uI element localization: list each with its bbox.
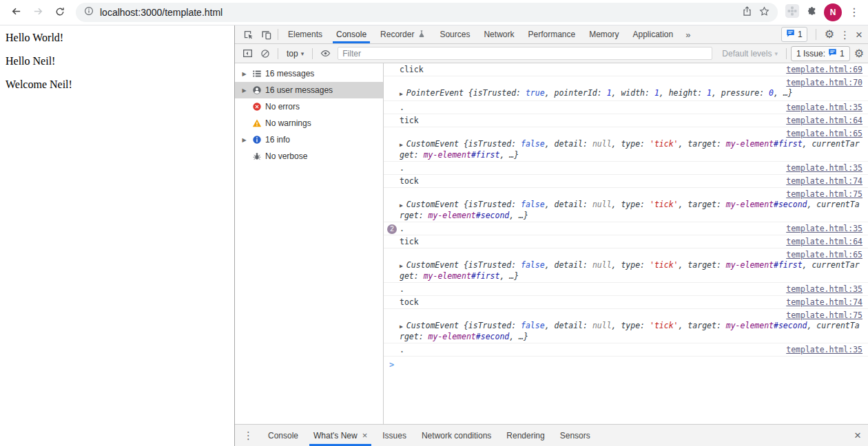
- drawer-tab-console[interactable]: Console: [260, 425, 306, 446]
- url-text[interactable]: localhost:3000/template.html: [100, 7, 736, 18]
- expand-arrow-icon[interactable]: ▶: [240, 71, 248, 77]
- expand-arrow-icon[interactable]: ▶: [400, 91, 403, 97]
- source-link[interactable]: template.html:64: [786, 237, 862, 246]
- issues-button[interactable]: 1 Issue: 1: [791, 46, 850, 61]
- console-message: tocktemplate.html:74: [384, 296, 868, 309]
- tab-close-icon[interactable]: ×: [362, 430, 368, 440]
- devtools-tabs: ElementsConsoleRecorderSourcesNetworkPer…: [281, 25, 680, 43]
- expand-arrow-icon[interactable]: ▶: [400, 263, 403, 269]
- expand-arrow-icon[interactable]: ▶: [400, 323, 403, 330]
- sidebar-item-no-verbose[interactable]: ▶No verbose: [235, 148, 383, 164]
- source-link[interactable]: template.html:35: [786, 163, 862, 173]
- tab-label: Application: [633, 30, 674, 39]
- expand-arrow-icon[interactable]: ▶: [400, 202, 403, 209]
- source-link[interactable]: template.html:69: [786, 65, 862, 74]
- drawer-tab-what-s-new[interactable]: What's New×: [306, 425, 375, 446]
- drawer-menu-icon[interactable]: ⋮: [243, 430, 254, 440]
- sidebar-item-label: 16 user messages: [265, 85, 333, 95]
- source-link[interactable]: template.html:64: [786, 116, 862, 125]
- source-link[interactable]: template.html:74: [786, 176, 862, 186]
- site-info-icon[interactable]: [84, 6, 94, 19]
- tab-memory[interactable]: Memory: [582, 25, 626, 43]
- tab-label: Console: [268, 431, 298, 440]
- page-text-line: Hello Neil!: [6, 56, 229, 67]
- browser-menu-icon[interactable]: ⋮: [849, 7, 860, 18]
- tab-label: Memory: [589, 30, 619, 39]
- source-link[interactable]: template.html:74: [786, 297, 862, 307]
- object-preview: ▶CustomEvent {isTrusted: false, detail: …: [400, 139, 862, 160]
- source-link[interactable]: template.html:35: [786, 345, 862, 354]
- address-bar[interactable]: localhost:3000/template.html: [76, 3, 778, 22]
- expand-arrow-icon[interactable]: ▶: [400, 142, 403, 148]
- drawer-tab-sensors[interactable]: Sensors: [552, 425, 598, 446]
- message-text: tock: [400, 297, 778, 307]
- device-toolbar-icon[interactable]: [257, 25, 275, 43]
- console-sidebar-toggle-icon[interactable]: [239, 45, 256, 62]
- sidebar-item-16-info[interactable]: ▶16 info: [235, 131, 383, 148]
- sidebar-item-16-user-messages[interactable]: ▶16 user messages: [235, 82, 383, 98]
- reload-button[interactable]: [50, 2, 70, 23]
- settings-gear-icon[interactable]: ⚙: [825, 29, 834, 40]
- drawer-tab-issues[interactable]: Issues: [375, 425, 414, 446]
- tab-application[interactable]: Application: [626, 25, 681, 43]
- devtools-menu-icon[interactable]: ⋮: [840, 30, 850, 40]
- console-toolbar: top ▾ Default levels ▾ 1 Issue: 1 ⚙: [235, 44, 868, 63]
- drawer-tab-rendering[interactable]: Rendering: [499, 425, 552, 446]
- extensions-puzzle-icon[interactable]: [807, 6, 817, 19]
- bookmark-star-icon[interactable]: [759, 6, 769, 19]
- message-text: tick: [400, 237, 778, 246]
- forward-button[interactable]: [28, 2, 48, 23]
- drawer-bar: ⋮ ConsoleWhat's New×IssuesNetwork condit…: [235, 424, 868, 446]
- tab-performance[interactable]: Performance: [521, 25, 582, 43]
- tab-console[interactable]: Console: [329, 25, 373, 43]
- source-link[interactable]: template.html:70: [786, 78, 862, 87]
- drawer-tab-network-conditions[interactable]: Network conditions: [414, 425, 499, 446]
- verbose-icon: [251, 151, 262, 162]
- filter-input[interactable]: [338, 47, 712, 60]
- tab-label: What's New: [313, 431, 358, 440]
- console-settings-gear-icon[interactable]: ⚙: [854, 48, 864, 59]
- tab-label: Network conditions: [422, 431, 491, 440]
- source-link[interactable]: template.html:35: [786, 103, 862, 112]
- sidebar-item-no-errors[interactable]: ▶No errors: [235, 98, 383, 115]
- drawer-close-icon[interactable]: ×: [854, 429, 861, 441]
- chevron-down-icon: ▾: [301, 50, 304, 57]
- tab-elements[interactable]: Elements: [281, 25, 329, 43]
- expand-arrow-icon[interactable]: ▶: [240, 137, 248, 143]
- clear-console-icon[interactable]: [257, 45, 273, 62]
- forward-icon: [32, 6, 44, 19]
- execution-context-selector[interactable]: top ▾: [282, 49, 308, 59]
- tab-recorder[interactable]: Recorder: [373, 25, 433, 43]
- tabbar-right-cluster: 1 ⚙ ⋮ ×: [781, 27, 865, 42]
- console-prompt[interactable]: >: [384, 357, 868, 373]
- extension-badge-icon[interactable]: [785, 3, 800, 21]
- source-link[interactable]: template.html:35: [786, 224, 862, 233]
- console-message: ticktemplate.html:64: [384, 235, 868, 248]
- source-link[interactable]: template.html:65: [786, 129, 862, 138]
- message-text: .: [400, 103, 778, 112]
- live-expression-eye-icon[interactable]: [317, 45, 333, 62]
- more-tabs-icon[interactable]: »: [680, 30, 696, 40]
- source-link[interactable]: template.html:75: [786, 189, 862, 199]
- devtools-close-icon[interactable]: ×: [856, 29, 862, 41]
- avatar[interactable]: N: [824, 3, 842, 21]
- page-text-line: Welcome Neil!: [6, 79, 229, 90]
- inspect-element-icon[interactable]: [239, 25, 257, 43]
- issues-bubble-icon: [786, 29, 795, 40]
- source-link[interactable]: template.html:35: [786, 284, 862, 294]
- tab-network[interactable]: Network: [477, 25, 521, 43]
- sidebar-item-16-messages[interactable]: ▶16 messages: [235, 65, 383, 82]
- tab-sources[interactable]: Sources: [433, 25, 477, 43]
- back-button[interactable]: [6, 2, 26, 23]
- sidebar-item-no-warnings[interactable]: ▶No warnings: [235, 115, 383, 131]
- source-link[interactable]: template.html:75: [786, 310, 862, 320]
- expand-arrow-icon[interactable]: ▶: [240, 87, 248, 94]
- source-link[interactable]: template.html:65: [786, 250, 862, 259]
- log-levels-dropdown[interactable]: Default levels ▾: [718, 49, 782, 59]
- divider: [816, 29, 816, 40]
- share-icon[interactable]: [742, 6, 752, 19]
- issues-counter-button[interactable]: 1: [781, 27, 807, 42]
- console-message: 2.template.html:35: [384, 222, 868, 235]
- console-message: tocktemplate.html:74: [384, 175, 868, 188]
- browser-toolbar: localhost:3000/template.html N ⋮: [0, 0, 868, 25]
